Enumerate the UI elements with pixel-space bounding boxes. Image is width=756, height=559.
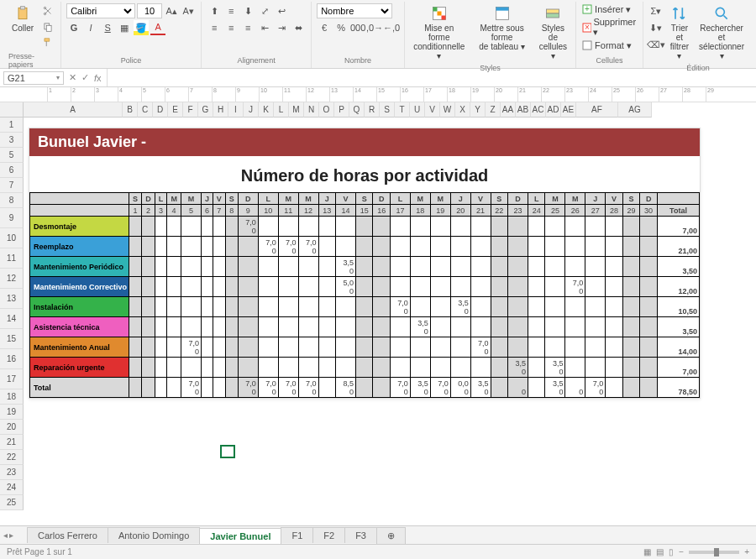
italic-button[interactable]: I [83,20,98,35]
font-color-button[interactable]: A [150,20,165,35]
row-header-17[interactable]: 17 [0,369,24,389]
row-header-14[interactable]: 14 [0,309,24,329]
sheet-tab[interactable]: Antonio Domingo [108,527,200,543]
align-left-button[interactable]: ≡ [207,20,222,35]
col-header-H[interactable]: H [213,102,228,118]
row-headers[interactable]: 135678910111213141516171819202122232425 [0,118,24,510]
col-header-AD[interactable]: AD [546,102,561,118]
percent-button[interactable]: % [333,20,349,35]
row-header-19[interactable]: 19 [0,405,24,420]
col-header-AE[interactable]: AE [561,102,576,118]
decrease-font-button[interactable]: A▾ [181,3,196,18]
zoom-in-button[interactable]: + [744,547,749,556]
cell-styles-button[interactable]: Styles de cellules ▾ [536,3,570,62]
increase-decimal-button[interactable]: ,0→ [367,20,382,35]
page-break-view-button[interactable]: ▯ [669,547,674,556]
fill-button[interactable]: ⬇▾ [648,20,664,35]
col-header-AG[interactable]: AG [618,102,652,118]
insert-button[interactable]: +Insérer ▾ [581,3,638,15]
col-header-Q[interactable]: Q [349,102,365,118]
col-header-N[interactable]: N [304,102,319,118]
col-header-Z[interactable]: Z [486,102,501,118]
col-header-AF[interactable]: AF [576,102,618,118]
col-header-P[interactable]: P [334,102,349,118]
col-header-C[interactable]: C [138,102,153,118]
align-middle-button[interactable]: ≡ [223,3,239,18]
col-header-W[interactable]: W [440,102,455,118]
autosum-button[interactable]: Σ▾ [648,3,664,18]
paste-button[interactable]: Coller [8,3,37,34]
col-header-K[interactable]: K [259,102,274,118]
tab-nav[interactable]: ◂▸ [3,530,13,540]
row-header-7[interactable]: 7 [0,178,24,193]
row-header-6[interactable]: 6 [0,163,24,178]
row-header-16[interactable]: 16 [0,349,24,369]
align-bottom-button[interactable]: ⬇ [240,3,255,18]
bold-button[interactable]: G [66,20,81,35]
clear-button[interactable]: ⌫▾ [648,37,664,52]
col-header-O[interactable]: O [319,102,334,118]
decrease-decimal-button[interactable]: ←,0 [384,20,399,35]
merge-button[interactable]: ⬌ [291,20,306,35]
wrap-text-button[interactable]: ↩ [274,3,289,18]
format-painter-button[interactable] [40,35,55,50]
align-center-button[interactable]: ≡ [223,20,239,35]
select-all-corner[interactable] [0,102,24,118]
col-header-AC[interactable]: AC [531,102,546,118]
col-header-V[interactable]: V [425,102,440,118]
col-header-U[interactable]: U [410,102,425,118]
page-layout-view-button[interactable]: ▤ [656,547,664,556]
row-header-23[interactable]: 23 [0,465,24,480]
currency-button[interactable]: € [317,20,332,35]
row-header-8[interactable]: 8 [0,193,24,208]
accept-formula-button[interactable]: ✓ [81,72,89,83]
align-right-button[interactable]: ≡ [240,20,255,35]
fill-color-button[interactable]: 🪣 [134,20,149,35]
border-button[interactable]: ▦ [117,20,132,35]
col-header-F[interactable]: F [183,102,198,118]
col-header-L[interactable]: L [274,102,289,118]
col-header-AB[interactable]: AB [516,102,531,118]
col-header-R[interactable]: R [365,102,380,118]
row-header-21[interactable]: 21 [0,435,24,450]
cells-viewport[interactable]: Bunuel Javier - Número de horas por acti… [24,118,756,534]
orientation-button[interactable]: ⤢ [257,3,272,18]
format-button[interactable]: Format ▾ [581,39,638,51]
col-header-J[interactable]: J [244,102,259,118]
col-header-S[interactable]: S [380,102,395,118]
row-header-24[interactable]: 24 [0,480,24,495]
number-format-select[interactable]: Nombre [317,3,392,18]
copy-button[interactable] [40,19,55,34]
row-header-20[interactable]: 20 [0,420,24,435]
col-header-T[interactable]: T [395,102,410,118]
sheet-tab[interactable]: Javier Bunuel [199,528,281,545]
row-header-3[interactable]: 3 [0,133,24,148]
align-top-button[interactable]: ⬆ [207,3,222,18]
col-header-B[interactable]: B [123,102,138,118]
find-select-button[interactable]: Rechercher et sélectionner ▾ [696,3,748,62]
formula-input[interactable] [107,69,756,86]
sheet-tab[interactable]: F3 [344,527,377,543]
underline-button[interactable]: S [100,20,115,35]
sort-filter-button[interactable]: Trier et filtrer ▾ [667,3,692,62]
font-name-select[interactable]: Calibri [66,3,135,18]
normal-view-button[interactable]: ▦ [643,547,651,556]
decrease-indent-button[interactable]: ⇤ [257,20,272,35]
new-sheet-button[interactable]: ⊕ [376,527,406,544]
sheet-tab[interactable]: F1 [281,527,313,543]
col-header-X[interactable]: X [455,102,470,118]
font-size-input[interactable] [137,3,162,18]
fx-button[interactable]: fx [94,73,102,83]
row-header-18[interactable]: 18 [0,389,24,405]
row-header-22[interactable]: 22 [0,450,24,465]
row-header-12[interactable]: 12 [0,269,24,289]
col-header-E[interactable]: E [168,102,183,118]
conditional-format-button[interactable]: Mise en forme conditionnelle ▾ [410,3,468,62]
row-header-25[interactable]: 25 [0,495,24,510]
zoom-slider[interactable] [689,551,739,554]
cancel-formula-button[interactable]: ✕ [69,72,76,83]
col-header-A[interactable]: A [24,102,123,118]
increase-indent-button[interactable]: ⇥ [274,20,289,35]
col-header-M[interactable]: M [289,102,304,118]
row-header-1[interactable]: 1 [0,118,24,133]
